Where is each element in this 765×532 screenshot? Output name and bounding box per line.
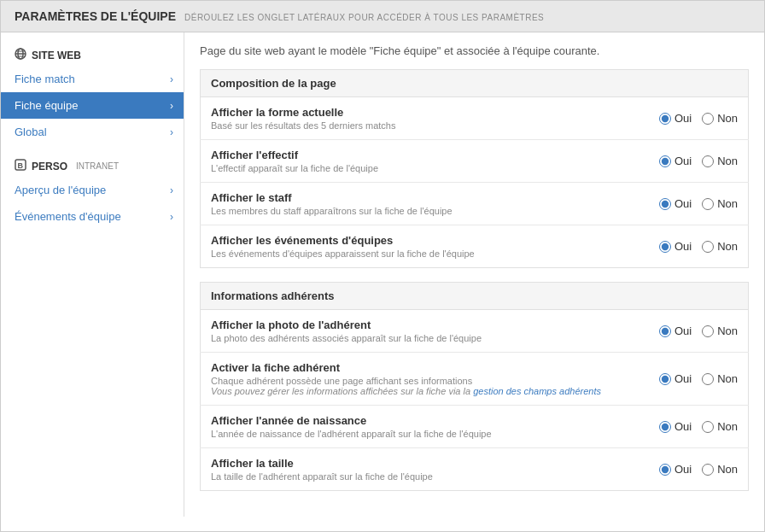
sidebar-item-apercu[interactable]: Aperçu de l'équipe › [1,177,184,203]
setting-label: Afficher l'année de naissance [211,414,602,427]
setting-desc: Les membres du staff apparaîtrons sur la… [211,206,602,216]
setting-label: Afficher la taille [211,457,602,470]
chevron-right-icon: › [170,184,173,196]
setting-label-cell: Afficher la photo de l'adhérent La photo… [201,310,612,353]
sidebar-item-fiche-equipe[interactable]: Fiche équipe › [1,92,184,119]
sidebar-item-global-label: Global [15,126,47,138]
table-row: Afficher la photo de l'adhérent La photo… [201,310,749,353]
sidebar-item-evenements-label: Événements d'équipe [15,210,121,223]
setting-desc: L'effectif apparaît sur la fiche de l'éq… [211,163,602,173]
radio-non-text: Non [717,240,738,253]
radio-non-text: Non [717,324,738,337]
gestion-link[interactable]: gestion des champs adhérents [473,386,601,396]
main-description: Page du site web ayant le modèle "Fiche … [200,44,749,57]
radio-non-label[interactable]: Non [702,372,738,385]
page-wrapper: PARAMÈTRES DE L'ÉQUIPE DÉROULEZ LES ONGL… [0,0,765,532]
b-icon: B [15,159,26,173]
radio-cell: Oui Non [612,183,749,225]
radio-non-label[interactable]: Non [702,112,738,125]
radio-group: Oui Non [622,197,739,210]
page-subtitle: DÉROULEZ LES ONGLET LATÉRAUX POUR ACCÉDE… [184,13,544,22]
radio-oui-label[interactable]: Oui [659,155,692,167]
radio-oui-text: Oui [674,372,692,385]
radio-non-label[interactable]: Non [702,197,738,210]
table-row: Afficher la taille La taille de l'adhére… [201,448,749,491]
radio-cell: Oui Non [612,225,749,268]
page-header: PARAMÈTRES DE L'ÉQUIPE DÉROULEZ LES ONGL… [1,1,764,32]
radio-non-input[interactable] [702,198,714,210]
radio-oui-text: Oui [674,240,692,253]
sidebar-item-fiche-match[interactable]: Fiche match › [1,66,184,92]
radio-oui-input[interactable] [659,373,671,385]
radio-non-text: Non [717,420,738,433]
radio-oui-input[interactable] [659,464,671,476]
setting-label: Afficher la forme actuelle [211,106,602,119]
sidebar-item-evenements[interactable]: Événements d'équipe › [1,203,184,230]
radio-non-input[interactable] [702,241,714,253]
sidebar: SITE WEB Fiche match › Fiche équipe › Gl… [1,32,184,517]
radio-oui-label[interactable]: Oui [659,463,692,476]
table-row: Activer la fiche adhérent Chaque adhéren… [201,353,749,406]
radio-oui-label[interactable]: Oui [659,197,692,210]
radio-oui-text: Oui [674,112,692,125]
sidebar-section-title-siteweb: SITE WEB [32,50,81,61]
radio-group: Oui Non [622,420,739,433]
radio-oui-input[interactable] [659,198,671,210]
sidebar-item-fiche-match-label: Fiche match [15,73,75,85]
setting-desc-italic: Vous pouvez gérer les informations affic… [211,386,602,396]
radio-group: Oui Non [622,112,739,125]
setting-label: Afficher les événements d'équipes [211,234,602,247]
settings-table-composition: Afficher la forme actuelle Basé sur les … [200,97,749,268]
setting-label-cell: Afficher la taille La taille de l'adhére… [201,448,612,491]
svg-text:B: B [18,161,24,170]
setting-desc: La taille de l'adhérent apparaît sur la … [211,471,602,482]
chevron-right-icon: › [170,73,173,85]
setting-desc: Chaque adhérent possède une page afficha… [211,376,602,386]
radio-non-input[interactable] [702,464,714,476]
page-title: PARAMÈTRES DE L'ÉQUIPE [15,9,176,23]
radio-non-input[interactable] [702,113,714,125]
sidebar-item-fiche-equipe-label: Fiche équipe [15,99,78,112]
radio-oui-input[interactable] [659,241,671,253]
radio-oui-input[interactable] [659,113,671,125]
radio-non-label[interactable]: Non [702,324,738,337]
radio-non-text: Non [717,372,738,385]
radio-non-input[interactable] [702,373,714,385]
setting-label: Afficher le staff [211,191,602,204]
radio-non-input[interactable] [702,155,714,167]
settings-table-adherents: Afficher la photo de l'adhérent La photo… [200,310,749,491]
radio-group: Oui Non [622,372,739,385]
radio-oui-input[interactable] [659,155,671,167]
radio-oui-input[interactable] [659,421,671,433]
radio-oui-text: Oui [674,155,692,167]
table-row: Afficher l'effectif L'effectif apparaît … [201,140,749,183]
chevron-right-icon: › [170,126,173,138]
radio-non-input[interactable] [702,325,714,337]
sidebar-item-global[interactable]: Global › [1,119,184,145]
radio-oui-label[interactable]: Oui [659,112,692,125]
radio-oui-label[interactable]: Oui [659,372,692,385]
radio-non-label[interactable]: Non [702,463,738,476]
setting-label-cell: Afficher le staff Les membres du staff a… [201,183,612,225]
section-header-composition: Composition de la page [200,69,749,97]
radio-cell: Oui Non [612,97,749,140]
radio-non-label[interactable]: Non [702,240,738,253]
radio-oui-input[interactable] [659,325,671,337]
setting-label: Activer la fiche adhérent [211,361,602,374]
radio-non-input[interactable] [702,421,714,433]
chevron-right-icon: › [170,100,173,112]
table-row: Afficher l'année de naissance L'année de… [201,406,749,448]
setting-label-cell: Afficher l'année de naissance L'année de… [201,406,612,448]
radio-non-text: Non [717,197,738,210]
radio-non-label[interactable]: Non [702,155,738,167]
table-row: Afficher les événements d'équipes Les év… [201,225,749,268]
sidebar-section-title-perso: PERSO [32,161,67,172]
radio-cell: Oui Non [612,448,749,491]
radio-group: Oui Non [622,155,739,167]
radio-non-label[interactable]: Non [702,420,738,433]
radio-oui-label[interactable]: Oui [659,324,692,337]
radio-oui-label[interactable]: Oui [659,240,692,253]
radio-oui-text: Oui [674,420,692,433]
radio-oui-label[interactable]: Oui [659,420,692,433]
sidebar-item-apercu-label: Aperçu de l'équipe [15,184,106,196]
